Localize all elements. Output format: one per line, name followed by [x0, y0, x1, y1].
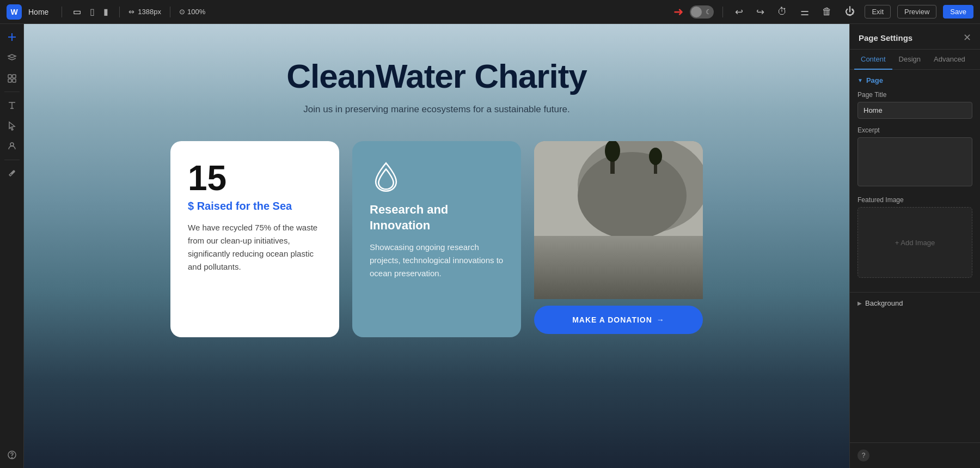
svg-rect-4: [8, 79, 11, 82]
device-icons: ▭ ▯ ▮: [71, 4, 111, 19]
featured-image-label: Featured Image: [857, 196, 972, 204]
page-title-input[interactable]: [857, 102, 972, 119]
chevron-down-icon: ▼: [857, 77, 863, 83]
svg-point-19: [612, 245, 617, 269]
cards-row: 15 $ Raised for the Sea We have recycled…: [138, 141, 736, 337]
donate-arrow: →: [657, 315, 665, 324]
zoom-icon: ⊙: [179, 8, 185, 16]
card-teal-body: Showcasing ongoing research projects, te…: [370, 241, 504, 280]
beach-scene-svg: [534, 141, 703, 299]
sidebar-icon-tools[interactable]: [3, 165, 21, 182]
mobile-icon[interactable]: ▮: [101, 4, 111, 19]
card-subtitle: $ Raised for the Sea: [188, 200, 322, 212]
hero-section: CleanWater Charity Join us in preserving…: [24, 24, 849, 468]
beach-image: [534, 141, 703, 299]
svg-point-23: [639, 262, 647, 266]
sidebar-icon-text[interactable]: [3, 96, 21, 114]
svg-point-8: [11, 458, 12, 458]
page-canvas: CleanWater Charity Join us in preserving…: [24, 24, 849, 468]
excerpt-field: Excerpt: [857, 126, 972, 189]
featured-image-field: Featured Image + Add Image: [857, 196, 972, 278]
svg-point-18: [608, 247, 613, 269]
redo-button[interactable]: ↪: [753, 4, 768, 20]
sidebar-divider-1: [4, 92, 20, 92]
card-number: 15: [188, 161, 322, 196]
arrow-right-icon: ▶: [857, 300, 862, 306]
canvas-area: CleanWater Charity Join us in preserving…: [24, 24, 849, 468]
card-research: Research and Innovation Showcasing ongoi…: [352, 141, 521, 337]
svg-point-11: [578, 152, 687, 239]
top-bar: W Home ▭ ▯ ▮ ⇔ 1388px ⊙ 100% ➜ ☾ ↩ ↪ ⏱ ⚌…: [0, 0, 980, 24]
tab-content[interactable]: Content: [854, 50, 892, 70]
sidebar-icon-cursor[interactable]: [3, 117, 21, 135]
sidebar-icon-layers[interactable]: [3, 49, 21, 66]
panel-title: Page Settings: [859, 33, 912, 42]
main-layout: CleanWater Charity Join us in preserving…: [0, 24, 980, 468]
tab-design[interactable]: Design: [892, 50, 927, 70]
svg-rect-2: [8, 75, 11, 78]
excerpt-textarea[interactable]: [857, 137, 972, 186]
card-image: MAKE A DONATION →: [534, 141, 703, 334]
svg-point-21: [624, 246, 629, 268]
hero-subtitle: Join us in preserving marine ecosystems …: [303, 104, 569, 115]
sidebar-icon-grid[interactable]: [3, 70, 21, 87]
width-icon: ⇔: [128, 8, 134, 16]
panel-help: ?: [850, 442, 980, 468]
card-teal-title: Research and Innovation: [370, 202, 504, 233]
moon-icon: ☾: [706, 8, 712, 16]
history-button[interactable]: ⏱: [774, 4, 791, 20]
desktop-icon[interactable]: ▭: [71, 4, 83, 19]
width-indicator: ⇔ 1388px: [128, 8, 161, 16]
donate-button[interactable]: MAKE A DONATION →: [534, 306, 703, 334]
right-panel: Page Settings ✕ Content Design Advanced …: [849, 24, 980, 468]
section-label: Page: [866, 76, 883, 84]
svg-point-20: [619, 248, 623, 268]
separator-1: [62, 7, 62, 17]
donate-label: MAKE A DONATION: [572, 315, 652, 324]
undo-button[interactable]: ↩: [732, 4, 746, 20]
logo[interactable]: W: [7, 4, 22, 20]
separator-4: [722, 7, 723, 17]
page-name: Home: [28, 8, 48, 16]
svg-rect-17: [534, 242, 703, 256]
add-image-button[interactable]: + Add Image: [857, 207, 972, 278]
tab-advanced[interactable]: Advanced: [927, 50, 972, 70]
panel-section-toggle[interactable]: ▼ Page: [857, 76, 972, 84]
sidebar-icon-components[interactable]: [3, 138, 21, 155]
card-body: We have recycled 75% of the waste from o…: [188, 221, 322, 273]
svg-rect-3: [13, 75, 16, 78]
water-drop-icon: [370, 161, 402, 193]
background-toggle[interactable]: ▶ Background: [857, 299, 972, 307]
separator-3: [170, 7, 170, 17]
layout-button[interactable]: ⚌: [797, 4, 812, 20]
panel-close-button[interactable]: ✕: [963, 32, 971, 44]
exit-button[interactable]: Exit: [865, 5, 891, 19]
background-label: Background: [865, 299, 903, 307]
help-icon-label: ?: [862, 452, 866, 459]
red-arrow-annotation: ➜: [673, 5, 683, 19]
help-button[interactable]: ?: [857, 449, 869, 461]
hero-title: CleanWater Charity: [286, 57, 587, 95]
svg-point-15: [649, 148, 662, 165]
width-value: 1388px: [138, 8, 161, 16]
excerpt-label: Excerpt: [857, 126, 972, 134]
sidebar-divider-2: [4, 160, 20, 160]
card-raised: 15 $ Raised for the Sea We have recycled…: [170, 141, 339, 337]
svg-rect-1: [8, 37, 16, 38]
sidebar-icon-add[interactable]: [3, 28, 21, 46]
svg-point-22: [630, 251, 634, 269]
panel-page-section: ▼ Page Page Title Excerpt Featured Image…: [850, 70, 980, 292]
svg-rect-5: [13, 79, 16, 82]
sidebar-icon-help[interactable]: [3, 446, 21, 464]
panel-header: Page Settings ✕: [850, 24, 980, 50]
theme-toggle[interactable]: ☾: [690, 5, 714, 19]
preview-button[interactable]: Preview: [897, 5, 936, 19]
page-title-field: Page Title: [857, 91, 972, 119]
zoom-indicator: ⊙ 100%: [179, 8, 205, 16]
trash-button[interactable]: 🗑: [819, 4, 835, 20]
power-button[interactable]: ⏻: [842, 4, 858, 20]
panel-tabs: Content Design Advanced: [850, 50, 980, 70]
save-button[interactable]: Save: [943, 5, 973, 19]
page-title-label: Page Title: [857, 91, 972, 99]
tablet-icon[interactable]: ▯: [88, 4, 97, 19]
